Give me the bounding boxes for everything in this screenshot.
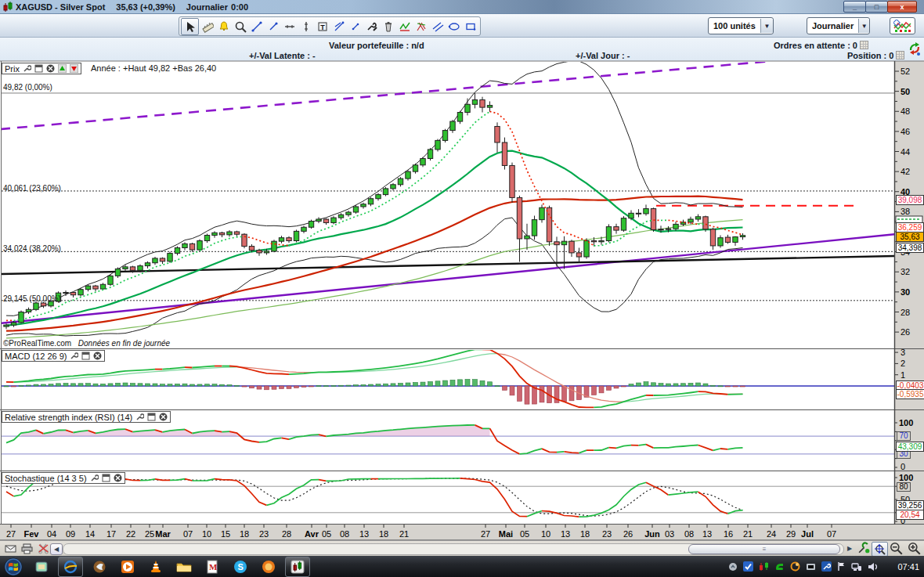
tool-alarm[interactable] xyxy=(215,19,232,34)
date-axis-month: Fev xyxy=(24,529,39,539)
tray-phone-icon[interactable] xyxy=(774,561,785,572)
taskbar-skype[interactable]: S xyxy=(229,557,252,576)
stoch-level-box: 80 xyxy=(897,482,911,492)
wrench-icon[interactable] xyxy=(23,64,31,73)
start-button[interactable] xyxy=(2,557,25,576)
horizontal-scrollbar[interactable]: ≡ xyxy=(63,543,844,555)
system-tray xyxy=(728,556,879,577)
scroll-right-button[interactable]: ▶ xyxy=(844,543,855,554)
print-icon[interactable] xyxy=(21,543,33,554)
window-icon[interactable] xyxy=(81,352,90,360)
title-bar[interactable]: XAGUSD - Silver Spot 35,63 (+0,39%) Jour… xyxy=(0,0,924,14)
orders-grid-icon[interactable] xyxy=(860,41,868,49)
taskbar-word-doc[interactable]: M xyxy=(200,557,224,576)
macd-panel[interactable] xyxy=(0,349,895,410)
prorealtime-window: XAGUSD - Silver Spot 35,63 (+0,39%) Jour… xyxy=(0,0,924,577)
close-panel-icon[interactable] xyxy=(46,64,55,73)
rsi-panel-header: Relative strength index (RSI) (14) xyxy=(2,411,171,423)
scissors-disabled-icon xyxy=(38,543,49,554)
wrench-icon[interactable] xyxy=(135,413,144,421)
taskbar-prorealtime[interactable] xyxy=(285,557,310,577)
tool-cross-lines[interactable] xyxy=(330,19,347,34)
restore-button[interactable]: □ xyxy=(865,1,888,13)
down-arrow-icon[interactable] xyxy=(70,64,78,73)
day-value-label: +/-Val Jour : - xyxy=(576,51,630,60)
zoom-in-button[interactable] xyxy=(907,542,922,555)
date-axis-day: 05 xyxy=(520,529,529,539)
svg-text:T: T xyxy=(320,23,325,31)
tool-ellipse[interactable] xyxy=(446,19,462,34)
units-dropdown[interactable]: 100 unités ▼ xyxy=(708,17,774,34)
tool-horizontal-ray[interactable] xyxy=(281,19,298,34)
close-panel-icon[interactable] xyxy=(114,474,122,482)
scrollbar-thumb[interactable]: ≡ xyxy=(688,544,840,554)
adjust-tool-icon[interactable] xyxy=(857,542,872,555)
tool-pitchfork[interactable] xyxy=(413,19,429,34)
stoch-panel[interactable] xyxy=(0,471,895,525)
window-icon[interactable] xyxy=(34,64,43,73)
date-axis-day: 23 xyxy=(602,529,612,539)
zoom-out-button[interactable] xyxy=(889,542,904,555)
tool-parallel-lines[interactable] xyxy=(429,19,446,34)
macd-axis-box: -0,5935 xyxy=(896,389,924,399)
tool-ruler[interactable] xyxy=(199,19,215,34)
timeframe-dropdown[interactable]: Journalier ▼ xyxy=(807,17,870,34)
date-axis-month: Avr xyxy=(305,529,319,539)
tray-settings-icon[interactable] xyxy=(821,561,832,572)
windows-logo-icon xyxy=(4,557,23,576)
tool-pointer[interactable] xyxy=(181,18,199,35)
chart-style-button[interactable] xyxy=(890,17,915,34)
taskbar-media-player[interactable] xyxy=(116,557,139,576)
date-axis-day: 05 xyxy=(322,529,331,539)
zoom-fit-button[interactable] xyxy=(872,542,888,557)
tool-zoom[interactable] xyxy=(232,19,248,34)
date-axis-day: 09 xyxy=(66,529,75,539)
taskbar-app-generic[interactable] xyxy=(30,557,53,576)
tool-rectangle[interactable] xyxy=(462,19,478,34)
up-arrow-icon[interactable] xyxy=(58,64,67,73)
refresh-sync-icon[interactable] xyxy=(908,42,921,56)
tray-hidden-icons[interactable] xyxy=(728,562,738,572)
mail-icon[interactable] xyxy=(5,543,16,554)
taskbar-thunderbird[interactable] xyxy=(88,557,111,576)
tray-volume-icon[interactable] xyxy=(868,562,879,572)
taskbar-firefox[interactable] xyxy=(257,557,280,576)
tool-small-segment[interactable] xyxy=(347,19,363,34)
tool-segment[interactable] xyxy=(265,19,281,34)
tool-text[interactable]: T xyxy=(314,19,330,34)
tool-zigzag[interactable] xyxy=(396,19,413,34)
tray-update-icon[interactable] xyxy=(790,561,800,572)
tool-vertical-line[interactable] xyxy=(298,19,314,34)
fib-level-label: 49,82 (0,00%) xyxy=(3,83,52,92)
date-axis-day: 22 xyxy=(126,529,135,539)
window-icon[interactable] xyxy=(147,413,156,421)
tool-drawing-tools[interactable] xyxy=(363,19,380,34)
rsi-title: Relative strength index (RSI) (14) xyxy=(5,413,132,422)
tray-app-icon[interactable] xyxy=(806,561,816,572)
minimize-button[interactable]: _ xyxy=(843,1,866,13)
taskbar-vlc[interactable] xyxy=(144,557,168,576)
taskbar-explorer-folder[interactable] xyxy=(172,557,196,576)
price-panel[interactable] xyxy=(0,61,895,349)
pending-orders-label: Ordres en attente : 0 xyxy=(774,41,868,50)
taskbar-clock[interactable]: 07:41 xyxy=(897,556,919,577)
wrench-icon[interactable] xyxy=(70,352,78,360)
close-panel-icon[interactable] xyxy=(159,413,168,421)
tray-security-check-icon[interactable] xyxy=(743,561,753,572)
tool-trash[interactable] xyxy=(380,19,396,34)
tray-prt-candles-icon[interactable] xyxy=(759,561,769,572)
tray-network-icon[interactable] xyxy=(851,562,862,572)
close-button[interactable]: x xyxy=(887,1,917,13)
svg-text:S: S xyxy=(238,562,244,572)
close-panel-icon[interactable] xyxy=(93,352,102,360)
macd-panel-header: MACD (12 26 9) xyxy=(2,350,105,362)
tray-flag-icon[interactable] xyxy=(837,561,846,572)
chevron-down-icon: ▼ xyxy=(858,19,869,33)
window-icon[interactable] xyxy=(102,474,110,482)
tool-trendline[interactable] xyxy=(248,19,265,34)
position-grid-icon[interactable] xyxy=(896,51,904,60)
scroll-left-button[interactable]: ◀ xyxy=(50,543,63,555)
taskbar-internet-explorer[interactable] xyxy=(58,557,83,577)
date-axis-day: 23 xyxy=(259,529,269,539)
wrench-icon[interactable] xyxy=(90,474,99,482)
